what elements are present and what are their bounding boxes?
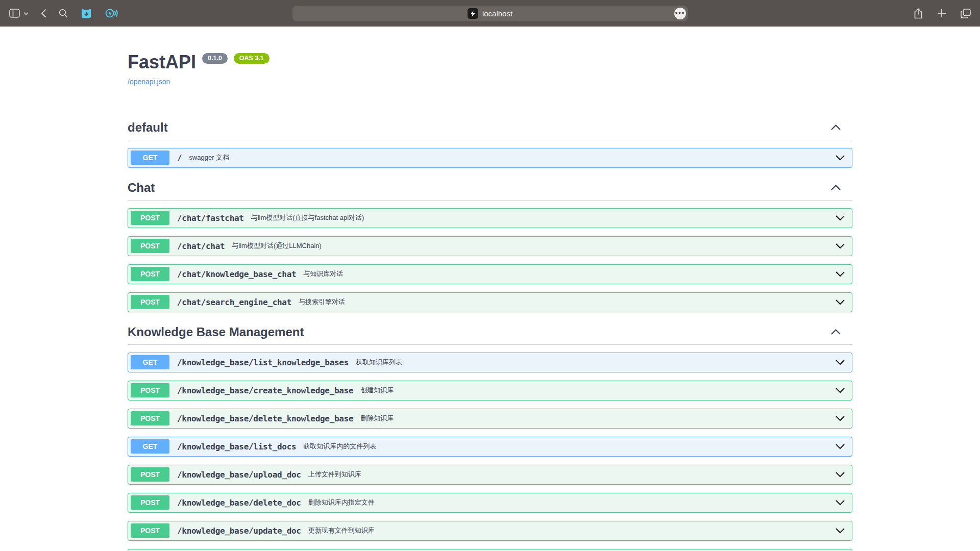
endpoint-row[interactable]: POST /chat/chat 与llm模型对话(通过LLMChain) xyxy=(128,236,852,256)
address-bar[interactable]: localhost ●●● xyxy=(292,6,688,21)
section-title: default xyxy=(128,120,168,135)
method-badge: POST xyxy=(131,295,169,309)
expand-operation-button[interactable] xyxy=(835,499,845,506)
expand-operation-button[interactable] xyxy=(835,443,845,449)
endpoint-path: /knowledge_base/delete_doc xyxy=(177,498,301,508)
method-badge: GET xyxy=(131,151,169,165)
endpoint-list: POST /chat/fastchat 与llm模型对话(直接与fastchat… xyxy=(128,201,852,312)
endpoint-path: /chat/fastchat xyxy=(177,213,244,223)
expand-operation-button[interactable] xyxy=(835,387,845,393)
endpoint-row[interactable]: POST /knowledge_base/create_knowledge_ba… xyxy=(128,381,852,400)
endpoint-row[interactable]: POST /chat/knowledge_base_chat 与知识库对话 xyxy=(128,264,852,284)
section-header[interactable]: Knowledge Base Management xyxy=(128,320,852,345)
expand-operation-button[interactable] xyxy=(835,359,845,365)
endpoint-row[interactable]: POST /knowledge_base/delete_knowledge_ba… xyxy=(128,409,852,429)
expand-operation-button[interactable] xyxy=(835,299,845,305)
endpoint-row[interactable]: POST /chat/search_engine_chat 与搜索引擎对话 xyxy=(128,292,852,312)
endpoint-row[interactable]: GET / swagger 文档 xyxy=(128,148,852,168)
endpoint-description: 与搜索引擎对话 xyxy=(299,297,345,307)
method-badge: POST xyxy=(131,523,169,538)
browser-toolbar: localhost ●●● xyxy=(0,0,980,27)
url-text: localhost xyxy=(482,9,512,18)
collapse-section-button[interactable] xyxy=(830,329,841,335)
api-section: default GET / swagger 文档 xyxy=(128,116,852,168)
chevron-down-icon[interactable] xyxy=(23,12,29,15)
endpoint-row[interactable]: GET /knowledge_base/list_knowledge_bases… xyxy=(128,353,852,372)
method-badge: POST xyxy=(131,239,169,253)
section-title: Knowledge Base Management xyxy=(128,325,304,339)
version-badge: 0.1.0 xyxy=(202,53,228,64)
endpoint-row[interactable]: POST /knowledge_base/delete_doc 删除知识库内指定… xyxy=(128,493,852,513)
site-favicon xyxy=(468,8,478,19)
endpoint-description: 删除知识库内指定文件 xyxy=(308,498,375,507)
endpoint-path: /chat/search_engine_chat xyxy=(177,297,291,307)
expand-operation-button[interactable] xyxy=(835,215,845,221)
share-icon[interactable] xyxy=(914,8,923,19)
section-header[interactable]: default xyxy=(128,116,852,140)
endpoint-description: 删除知识库 xyxy=(360,414,394,423)
endpoint-path: /knowledge_base/create_knowledge_base xyxy=(177,386,353,395)
endpoint-path: / xyxy=(177,153,182,163)
page-title: FastAPI xyxy=(128,52,196,72)
extension-shield-icon[interactable] xyxy=(80,7,92,19)
collapse-section-button[interactable] xyxy=(830,184,841,191)
page-settings-ellipsis-button[interactable]: ●●● xyxy=(674,8,686,19)
endpoint-path: /chat/chat xyxy=(177,241,225,251)
expand-operation-button[interactable] xyxy=(835,528,845,534)
collapse-section-button[interactable] xyxy=(830,124,841,131)
endpoint-description: 获取知识库列表 xyxy=(356,358,402,367)
expand-operation-button[interactable] xyxy=(835,415,845,421)
sidebar-icon[interactable] xyxy=(9,9,20,18)
endpoint-description: 上传文件到知识库 xyxy=(308,470,361,479)
endpoint-description: swagger 文档 xyxy=(189,153,229,162)
endpoint-description: 更新现有文件到知识库 xyxy=(308,526,375,535)
endpoint-row[interactable]: POST /knowledge_base/update_doc 更新现有文件到知… xyxy=(128,521,852,541)
section-title: Chat xyxy=(128,181,155,195)
method-badge: POST xyxy=(131,211,169,225)
endpoint-path: /knowledge_base/list_docs xyxy=(177,442,296,452)
method-badge: POST xyxy=(131,411,169,425)
expand-operation-button[interactable] xyxy=(835,271,845,277)
oas-badge: OAS 3.1 xyxy=(234,53,270,64)
method-badge: POST xyxy=(131,495,169,510)
endpoint-row[interactable]: POST /knowledge_base/upload_doc 上传文件到知识库 xyxy=(128,465,852,485)
api-section: Knowledge Base Management GET /knowledge… xyxy=(128,320,852,551)
method-badge: POST xyxy=(131,467,169,482)
endpoint-path: /chat/knowledge_base_chat xyxy=(177,269,296,279)
method-badge: GET xyxy=(131,439,169,454)
endpoint-row[interactable]: GET /knowledge_base/list_docs 获取知识库内的文件列… xyxy=(128,437,852,457)
endpoint-path: /knowledge_base/delete_knowledge_base xyxy=(177,414,353,423)
search-icon[interactable] xyxy=(59,9,68,18)
openapi-spec-link[interactable]: /openapi.json xyxy=(128,78,170,86)
new-tab-icon[interactable] xyxy=(937,9,946,18)
extension-radar-icon[interactable] xyxy=(105,7,118,19)
endpoint-path: /knowledge_base/upload_doc xyxy=(177,470,301,480)
method-badge: GET xyxy=(131,355,169,369)
back-icon[interactable] xyxy=(41,9,46,18)
method-badge: POST xyxy=(131,267,169,281)
expand-operation-button[interactable] xyxy=(835,243,845,249)
endpoint-path: /knowledge_base/update_doc xyxy=(177,526,301,536)
endpoint-description: 与知识库对话 xyxy=(303,269,343,279)
method-badge: POST xyxy=(131,383,169,397)
endpoint-list: GET / swagger 文档 xyxy=(128,140,852,168)
api-info: FastAPI 0.1.0 OAS 3.1 /openapi.json xyxy=(128,27,852,86)
swagger-page: FastAPI 0.1.0 OAS 3.1 /openapi.json defa… xyxy=(0,27,980,551)
endpoint-description: 创建知识库 xyxy=(360,386,394,395)
endpoint-row[interactable]: POST /knowledge_base/recreate_vector_sto… xyxy=(128,549,852,551)
endpoint-path: /knowledge_base/list_knowledge_bases xyxy=(177,358,349,367)
expand-operation-button[interactable] xyxy=(835,155,845,161)
endpoint-list: GET /knowledge_base/list_knowledge_bases… xyxy=(128,345,852,551)
endpoint-description: 获取知识库内的文件列表 xyxy=(303,442,376,451)
endpoint-description: 与llm模型对话(通过LLMChain) xyxy=(232,241,322,251)
endpoint-description: 与llm模型对话(直接与fastchat api对话) xyxy=(251,213,364,222)
section-header[interactable]: Chat xyxy=(128,176,852,201)
endpoint-row[interactable]: POST /chat/fastchat 与llm模型对话(直接与fastchat… xyxy=(128,208,852,228)
sections: default GET / swagger 文档 Chat xyxy=(128,116,852,551)
expand-operation-button[interactable] xyxy=(835,471,845,478)
tab-overview-icon[interactable] xyxy=(961,9,971,18)
api-section: Chat POST /chat/fastchat 与llm模型对话(直接与fas… xyxy=(128,176,852,312)
